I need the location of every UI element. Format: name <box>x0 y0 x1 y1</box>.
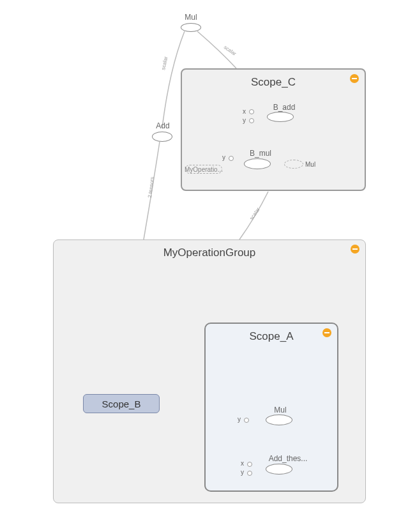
edge-label-scalar-1: scalar <box>160 56 169 70</box>
b-mul-ref-left[interactable]: MyOperatio... <box>185 165 222 174</box>
scope-c-collapse[interactable] <box>349 73 359 84</box>
svg-rect-1 <box>352 78 357 79</box>
b-mul-node[interactable] <box>244 158 271 169</box>
b-add-port-x: x <box>243 108 246 115</box>
add-label: Add <box>155 121 171 130</box>
scope-a-box[interactable]: Scope_A Mul y Add_thes... x y <box>204 323 338 492</box>
scope-a-collapse[interactable] <box>322 328 332 338</box>
scope-a-addth-port-y-dot <box>247 471 252 476</box>
edge-label-2tensors: 2 tensors <box>147 176 155 198</box>
my-op-group-title: MyOperationGroup <box>163 247 256 259</box>
scope-a-mul-port-y: y <box>238 416 241 423</box>
svg-rect-5 <box>324 332 329 333</box>
svg-rect-3 <box>352 248 358 250</box>
scope-a-mul-label: Mul <box>272 406 289 414</box>
scope-a-addth-label: Add_thes... <box>266 454 310 463</box>
scope-a-addth-port-y: y <box>241 469 244 476</box>
b-mul-ref-right-shape[interactable] <box>284 160 303 169</box>
add-node[interactable] <box>152 132 172 142</box>
b-add-node[interactable] <box>267 112 294 122</box>
scope-c-title: Scope_C <box>251 76 296 89</box>
my-op-group-collapse[interactable] <box>350 244 360 254</box>
b-mul-port-y: y <box>222 154 225 161</box>
b-add-port-y-dot <box>249 118 254 123</box>
mul-top-node[interactable] <box>181 23 201 32</box>
scope-a-mul-node[interactable] <box>266 414 292 425</box>
scope-a-title: Scope_A <box>250 330 294 343</box>
b-mul-ref-right: Mul <box>305 161 315 168</box>
scope-b-pill[interactable]: Scope_B <box>83 394 160 413</box>
scope-a-addth-node[interactable] <box>266 464 292 475</box>
b-add-port-x-dot <box>249 109 254 114</box>
scope-c-box[interactable]: Scope_C B_add x y B_mul y MyOperatio... … <box>181 68 366 191</box>
graph-canvas: scalar scalar 2 tensors scalar scalar sc… <box>0 0 401 532</box>
scope-a-addth-port-x-dot <box>247 462 252 467</box>
b-mul-label: B_mul <box>246 149 275 158</box>
scope-a-addth-port-x: x <box>241 460 244 467</box>
b-add-port-y: y <box>243 117 246 124</box>
mul-top-label: Mul <box>183 13 199 22</box>
scope-b-label: Scope_B <box>102 399 141 409</box>
scope-a-mul-port-y-dot <box>244 418 249 423</box>
b-mul-port-y-dot <box>229 156 234 161</box>
b-add-label: B_add <box>269 103 299 112</box>
edge-label-scalar-2: scalar <box>223 44 238 57</box>
